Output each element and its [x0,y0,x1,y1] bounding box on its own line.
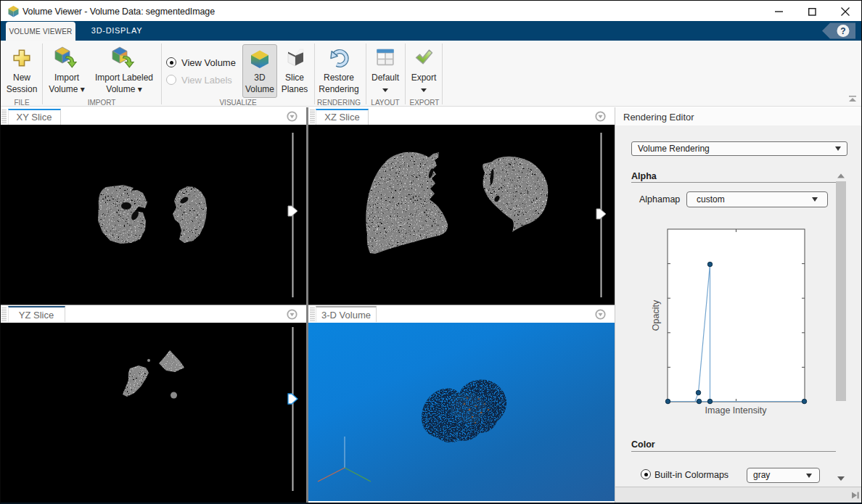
svg-text:?: ? [840,26,845,36]
svg-text:Image Intensity: Image Intensity [705,405,768,416]
svg-text:Opacity: Opacity [651,299,661,331]
